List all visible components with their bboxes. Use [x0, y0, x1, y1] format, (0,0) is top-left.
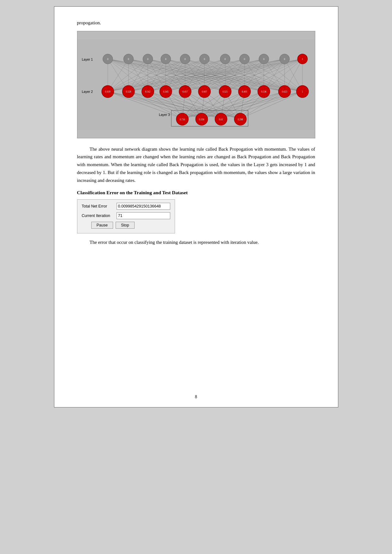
svg-text:0.298: 0.298	[238, 118, 243, 121]
svg-text:0.536: 0.536	[261, 90, 266, 93]
svg-text:0: 0	[128, 58, 129, 61]
body-paragraph: The above neural network diagram shows t…	[77, 145, 315, 184]
training-panel: Total Net Error Current Iteration Pause …	[77, 199, 175, 233]
pause-button[interactable]: Pause	[91, 222, 113, 229]
intro-text: propogation.	[77, 19, 315, 27]
current-iteration-label: Current Iteration	[82, 214, 117, 218]
svg-text:0: 0	[263, 58, 264, 61]
svg-text:0.356: 0.356	[199, 118, 204, 121]
page-number: 8	[195, 394, 197, 400]
svg-text:0.61: 0.61	[219, 118, 223, 121]
total-net-error-row: Total Net Error	[82, 203, 170, 210]
svg-text:1: 1	[302, 90, 303, 93]
layer2-label: Layer 2	[81, 90, 93, 93]
svg-text:0: 0	[284, 58, 285, 61]
svg-text:0: 0	[244, 58, 245, 61]
svg-text:0.405: 0.405	[242, 90, 247, 93]
panel-buttons-row: Pause Stop	[82, 222, 170, 229]
layer1-label: Layer 1	[81, 57, 93, 61]
current-iteration-row: Current Iteration	[82, 212, 170, 219]
svg-text:0: 0	[147, 58, 148, 61]
svg-text:0: 0	[165, 58, 166, 61]
svg-text:0.345: 0.345	[163, 90, 168, 93]
svg-text:0.716: 0.716	[179, 118, 185, 121]
current-iteration-value[interactable]	[117, 212, 170, 219]
svg-text:0: 0	[184, 58, 186, 61]
svg-text:1: 1	[302, 58, 303, 61]
total-net-error-value[interactable]	[117, 203, 170, 210]
svg-text:0: 0	[224, 58, 226, 61]
total-net-error-label: Total Net Error	[82, 204, 117, 208]
section-heading: Classification Error on the Training and…	[77, 190, 315, 196]
svg-text:0.607: 0.607	[202, 90, 207, 93]
svg-text:0.457: 0.457	[182, 90, 188, 93]
svg-text:0.521: 0.521	[222, 90, 228, 93]
stop-button[interactable]: Stop	[116, 222, 135, 229]
svg-text:0: 0	[204, 58, 205, 61]
svg-text:0: 0	[107, 58, 108, 61]
svg-text:0.528: 0.528	[126, 90, 131, 93]
page: propogation. Layer 1 Layer 2 Layer 3	[54, 6, 338, 407]
svg-text:0.623: 0.623	[282, 90, 287, 93]
neural-network-diagram: Layer 1 Layer 2 Layer 3	[77, 31, 315, 138]
svg-text:0.619: 0.619	[105, 90, 110, 93]
svg-text:0.542: 0.542	[145, 90, 150, 93]
after-paragraph: The error that occur on classifying the …	[77, 238, 315, 246]
